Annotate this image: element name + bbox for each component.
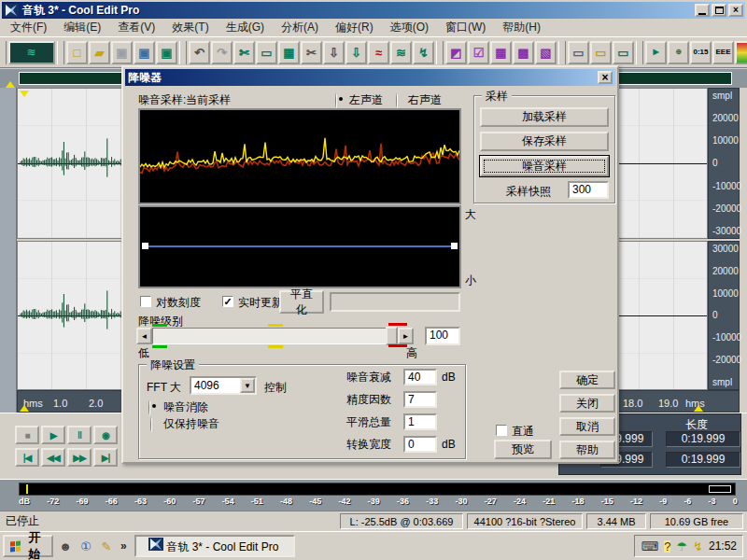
stop-button[interactable]: ■ [15,426,39,444]
envelope-handle-right[interactable] [451,243,458,249]
fx-checkbox-button[interactable]: ☑ [468,41,489,64]
mix-paste-button[interactable]: ⇩ [345,41,367,64]
selection-left-marker[interactable] [20,405,29,412]
right-channel-label[interactable]: 右声道 [408,92,442,108]
fx-grid3-button[interactable]: ▧ [535,41,557,64]
tray-keyboard-icon[interactable]: ⌨ [641,540,658,553]
new-file-button[interactable]: □ [66,41,88,64]
snapshot-input[interactable]: 300 [568,181,609,199]
slider-right-arrow[interactable]: ► [398,328,414,344]
noise-envelope-graph[interactable] [138,205,461,288]
save-sample-button[interactable]: 保存采样 [480,132,609,151]
quicklaunch-media-icon[interactable]: ☻ [57,538,74,554]
restore-button[interactable] [712,4,726,17]
quicklaunch-paint-icon[interactable]: ✎ [98,538,115,554]
menu-help[interactable]: 帮助(H) [494,18,549,37]
display-range-marker[interactable] [20,91,29,97]
right-channel-radio[interactable] [396,93,398,108]
paste-button[interactable]: ⇩ [323,41,345,64]
play-button[interactable]: ▶ [41,426,65,444]
go-to-end-button[interactable]: ▶| [93,448,118,467]
fx-grid1-button[interactable]: ▦ [490,41,512,64]
convert-button[interactable]: ≈ [368,41,389,64]
menu-window[interactable]: 窗口(W) [437,18,494,37]
menu-options[interactable]: 选项(O) [382,18,437,37]
quicklaunch-one-icon[interactable]: ① [78,538,94,554]
field-input[interactable]: 0 [403,436,437,453]
live-update-checkbox[interactable]: ✓ [222,296,233,307]
fast-forward-button[interactable]: ▶▶ [67,448,92,467]
open-file-button[interactable]: ▰ [89,41,110,64]
remove-noise-label[interactable]: 噪音消除 [163,399,208,415]
level-value-input[interactable]: 100 [425,327,460,345]
quicklaunch-overflow-chevron[interactable]: » [120,539,127,553]
left-channel-label[interactable]: 左声道 [349,92,383,108]
menu-analyze[interactable]: 分析(A) [273,18,327,37]
undo-button[interactable]: ↶ [189,41,210,64]
play-looped-button[interactable]: ◉ [93,426,118,444]
load-sample-button[interactable]: 加载采样 [480,107,609,127]
go-to-start-button[interactable]: |◀ [15,448,39,467]
play-view-button[interactable]: ▶ [645,41,667,64]
dialog-titlebar[interactable]: 降噪器 × [125,69,615,86]
field-input[interactable]: 7 [403,391,437,408]
cut-button[interactable]: ✂ [301,41,322,64]
delete-silence-button[interactable]: ≋ [390,41,412,64]
rewind-button[interactable]: ◀◀ [41,448,65,467]
menu-favorites[interactable]: 偏好(R) [327,18,382,37]
amplitude-ruler-top[interactable]: smpl20000100000-10000-20000-30000 [708,88,740,239]
log-scale-label[interactable]: 对数刻度 [156,295,201,311]
time-015-button[interactable]: 0:15 [690,41,712,64]
bypass-label[interactable]: 直通 [512,424,534,440]
overview-left-marker[interactable] [6,81,15,88]
trim-button[interactable]: ✄ [233,41,255,64]
slider-left-arrow[interactable]: ◄ [136,328,152,344]
close-button[interactable]: × [728,4,743,17]
menu-view[interactable]: 查看(V) [109,18,163,37]
tray-hardware-icon[interactable]: ↯ [693,540,703,553]
level-meter[interactable] [19,483,736,496]
tray-umbrella-icon[interactable]: ☂ [676,540,687,553]
menu-generate[interactable]: 生成(G) [218,18,273,37]
ok-button[interactable]: 确定 [559,371,615,389]
window-find-button[interactable]: ▭ [590,41,612,64]
keep-noise-label[interactable]: 仅保持噪音 [163,416,219,432]
selection-right-marker[interactable] [694,405,703,412]
marquee-button[interactable]: ▭ [256,41,277,64]
save-button[interactable]: ▣ [111,41,133,64]
envelope-handle-left[interactable] [142,243,148,249]
field-input[interactable]: 40 [403,369,437,385]
tray-help-icon[interactable]: ? [664,540,670,553]
save-as-button[interactable]: ▣ [134,41,155,64]
flatten-button[interactable]: 平直化 [279,290,324,314]
pause-button[interactable]: ‖ [67,426,92,444]
left-channel-radio[interactable] [335,93,337,108]
log-scale-checkbox[interactable] [140,296,151,307]
keep-noise-radio[interactable] [150,417,152,432]
window-organize-button[interactable]: ▭ [568,41,589,64]
cd-eee-button[interactable]: EEE [712,41,734,64]
dialog-close-button[interactable]: × [598,71,613,84]
copy-button[interactable]: ▦ [278,41,300,64]
taskbar-task-cool-edit[interactable]: 音轨 3* - Cool Edit Pro [134,535,295,557]
spectral-button[interactable] [735,41,747,64]
get-noise-sample-button[interactable]: 噪音采样 [480,156,609,176]
multitrack-view-button[interactable]: ≋ [8,41,55,64]
field-input[interactable]: 1 [403,413,437,430]
menu-file[interactable]: 文件(F) [2,18,55,37]
close-dialog-button[interactable]: 关闭 [559,394,615,413]
save-selection-button[interactable]: ▣ [156,41,177,64]
fft-size-combo[interactable]: 4096 ▼ [190,376,257,395]
bypass-checkbox[interactable] [496,425,507,436]
zoom-button[interactable]: ⊕ [668,41,689,64]
start-button[interactable]: 开始 [3,535,53,557]
minimize-button[interactable] [695,4,710,17]
scan-button[interactable]: ↯ [413,41,434,64]
window-next-button[interactable]: ▭ [613,41,634,64]
amplitude-ruler-bottom[interactable]: 3000020000100000-10000-20000smpl [708,241,740,390]
menu-effects[interactable]: 效果(T) [163,18,217,37]
fx-invert-button[interactable]: ◩ [445,41,467,64]
live-update-label[interactable]: 实时更新 [238,295,283,311]
fft-dropdown-arrow[interactable]: ▼ [240,378,255,393]
remove-noise-radio[interactable] [148,400,150,415]
